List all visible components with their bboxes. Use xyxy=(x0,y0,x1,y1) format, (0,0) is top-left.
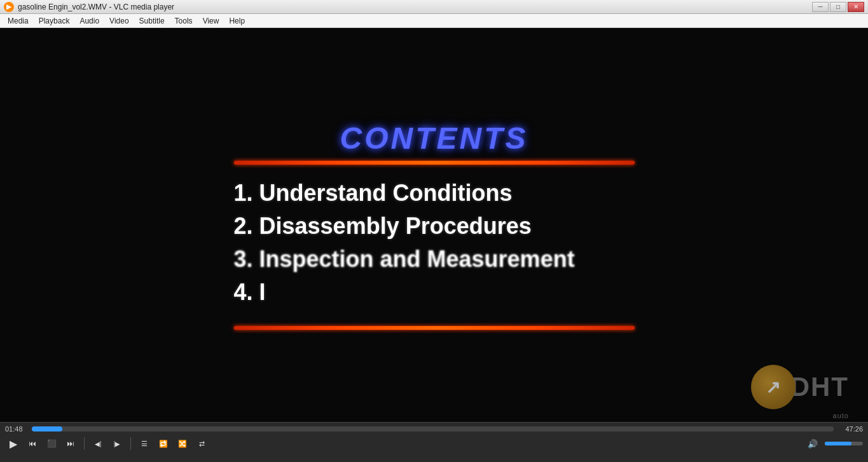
menu-video[interactable]: Video xyxy=(104,15,134,27)
content-list: 1. Understand Conditions 2. Disassembly … xyxy=(234,180,635,306)
separator-2 xyxy=(130,437,131,450)
menu-bar: Media Playback Audio Video Subtitle Tool… xyxy=(0,14,868,28)
video-content: CONTENTS 1. Understand Conditions 2. Dis… xyxy=(0,28,868,422)
menu-audio[interactable]: Audio xyxy=(74,15,104,27)
time-total: 47:26 xyxy=(837,425,863,433)
minimize-button[interactable]: ─ xyxy=(812,2,829,12)
time-elapsed: 01:48 xyxy=(5,425,28,433)
content-item-1: 1. Understand Conditions xyxy=(234,180,635,207)
content-item-2: 2. Disassembly Procedures xyxy=(234,213,635,240)
watermark: ↗ DHT xyxy=(751,365,849,409)
volume-button[interactable]: 🔊 xyxy=(804,435,821,452)
title-bar: ▶ gasoline Engin_vol2.WMV - VLC media pl… xyxy=(0,0,868,14)
menu-subtitle[interactable]: Subtitle xyxy=(134,15,170,27)
frame-back-button[interactable]: ◀| xyxy=(90,435,106,452)
separator-1 xyxy=(84,437,85,450)
shuffle2-button[interactable]: ⇄ xyxy=(193,435,210,452)
right-controls: 🔊 xyxy=(804,435,863,452)
shuffle-button[interactable]: 🔀 xyxy=(174,435,191,452)
progress-bar[interactable] xyxy=(32,426,834,431)
stop-button[interactable]: ⬛ xyxy=(43,435,60,452)
content-item-4: 4. I xyxy=(234,279,635,306)
volume-slider[interactable] xyxy=(825,442,863,445)
controls-row: ▶ ⏮ ⬛ ⏭ ◀| |▶ ☰ 🔁 🔀 ⇄ 🔊 xyxy=(5,435,863,452)
menu-view[interactable]: View xyxy=(198,15,224,27)
window-title: gasoline Engin_vol2.WMV - VLC media play… xyxy=(18,3,174,11)
close-button[interactable]: ✕ xyxy=(848,2,864,12)
menu-media[interactable]: Media xyxy=(3,15,34,27)
watermark-arrow: ↗ xyxy=(766,377,780,398)
playlist-button[interactable]: ☰ xyxy=(136,435,153,452)
volume-slider-fill xyxy=(825,442,851,445)
content-item-3: 3. Inspection and Measurement xyxy=(234,246,635,273)
menu-help[interactable]: Help xyxy=(224,15,250,27)
maximize-button[interactable]: □ xyxy=(830,2,846,12)
menu-playback[interactable]: Playback xyxy=(34,15,75,27)
progress-bar-fill xyxy=(32,426,62,431)
watermark-circle: ↗ xyxy=(751,365,796,409)
progress-row: 01:48 47:26 xyxy=(5,425,863,433)
video-area[interactable]: CONTENTS 1. Understand Conditions 2. Dis… xyxy=(0,28,868,422)
next-button[interactable]: ⏭ xyxy=(62,435,79,452)
red-line-bottom xyxy=(234,326,635,330)
control-bar: 01:48 47:26 ▶ ⏮ ⬛ ⏭ ◀| |▶ ☰ 🔁 🔀 ⇄ 🔊 xyxy=(0,422,868,462)
menu-tools[interactable]: Tools xyxy=(170,15,198,27)
watermark-text: DHT xyxy=(790,372,849,402)
play-button[interactable]: ▶ xyxy=(5,435,22,452)
vlc-icon: ▶ xyxy=(4,2,14,12)
video-title: CONTENTS xyxy=(340,121,528,156)
window-controls: ─ □ ✕ xyxy=(812,2,864,12)
frame-forward-button[interactable]: |▶ xyxy=(109,435,125,452)
prev-button[interactable]: ⏮ xyxy=(24,435,41,452)
watermark-subtitle: auto xyxy=(833,412,849,419)
repeat-button[interactable]: 🔁 xyxy=(155,435,172,452)
red-line-top xyxy=(234,161,635,165)
title-bar-left: ▶ gasoline Engin_vol2.WMV - VLC media pl… xyxy=(4,2,174,12)
